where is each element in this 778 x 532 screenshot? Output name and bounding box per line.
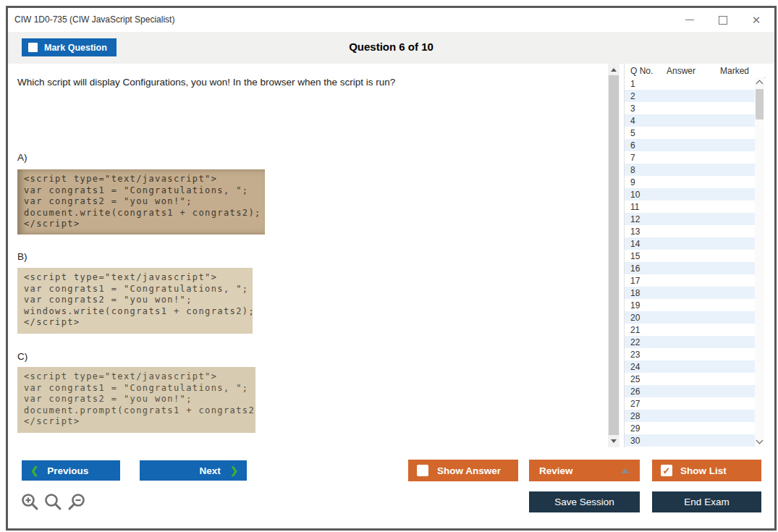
table-row[interactable]: 22 [625,336,756,348]
table-row[interactable]: 12 [625,213,756,225]
cell-qno: 30 [625,436,667,446]
chevron-right-icon: ❯ [230,465,238,476]
question-header-bar: Question 6 of 10 Mark Question [8,32,774,64]
cell-qno: 8 [625,165,667,175]
table-row[interactable]: 3 [625,102,756,114]
show-answer-button[interactable]: Show Answer [408,460,518,481]
zoom-reset-icon[interactable] [43,492,63,512]
question-list-scrollbar-thumb[interactable] [756,89,764,119]
option-a-label: A) [17,152,28,163]
table-row[interactable]: 27 [625,397,756,410]
table-row[interactable]: 20 [625,311,756,324]
cell-qno: 11 [625,202,667,212]
maximize-icon [719,16,727,25]
cell-qno: 1 [625,79,667,89]
table-row[interactable]: 10 [625,188,756,200]
table-row[interactable]: 8 [625,164,756,176]
end-exam-label: End Exam [684,497,729,507]
column-header-qno: Q No. [625,66,667,76]
table-row[interactable]: 7 [625,151,756,164]
table-row[interactable]: 11 [625,200,756,213]
scroll-down-icon[interactable] [611,439,617,443]
question-list-panel: Q No. Answer Marked 1 2 3 4 [624,64,765,447]
next-button[interactable]: Next ❯ [140,460,247,481]
minimize-icon [685,20,694,20]
column-header-marked: Marked [720,66,765,76]
cell-qno: 12 [625,214,667,224]
cell-qno: 16 [625,263,667,274]
zoom-in-icon[interactable] [20,492,40,512]
cell-qno: 3 [625,104,667,114]
table-row[interactable]: 25 [625,373,756,385]
list-scroll-up-icon[interactable] [756,80,764,88]
table-row[interactable]: 26 [625,385,756,397]
option-c-label: C) [17,351,28,362]
table-row[interactable]: 13 [625,225,756,237]
table-row[interactable]: 17 [625,274,756,287]
show-answer-checkbox[interactable] [417,465,428,476]
question-table-body: 1 2 3 4 5 6 [625,77,756,447]
table-row[interactable]: 1 [625,77,756,90]
end-exam-button[interactable]: End Exam [652,491,761,512]
table-row[interactable]: 2 [625,90,756,102]
table-row[interactable]: 9 [625,176,756,188]
scroll-up-icon[interactable] [611,68,617,72]
option-b-code[interactable]: <script type="text/javascript"> var cong… [17,268,253,334]
table-row[interactable]: 30 [625,434,756,447]
cell-qno: 5 [625,128,667,138]
cell-qno: 20 [625,313,667,323]
table-row[interactable]: 16 [625,262,756,274]
table-row[interactable]: 23 [625,348,756,360]
option-c-code[interactable]: <script type="text/javascript"> var cong… [17,367,255,433]
mark-question-checkbox[interactable] [28,43,38,52]
table-row[interactable]: 6 [625,139,756,151]
zoom-out-icon[interactable] [67,492,86,512]
minimize-button[interactable] [682,12,698,28]
mark-question-button[interactable]: Mark Question [22,38,117,56]
cell-qno: 10 [625,190,667,200]
content-scrollbar-thumb[interactable] [609,75,619,435]
show-list-button[interactable]: Show List [652,460,761,481]
cell-qno: 17 [625,276,667,286]
cell-qno: 28 [625,411,667,421]
question-text: Which script will display Configurations… [17,77,395,88]
cell-qno: 27 [625,399,667,409]
cell-qno: 4 [625,116,667,126]
cell-qno: 6 [625,140,667,151]
cell-qno: 22 [625,337,667,347]
table-row[interactable]: 28 [625,410,756,422]
question-counter: Question 6 of 10 [8,41,774,53]
table-row[interactable]: 21 [625,324,756,336]
cell-qno: 26 [625,387,667,397]
cell-qno: 15 [625,251,667,261]
table-row[interactable]: 29 [625,422,756,434]
content-scrollbar[interactable] [608,64,620,447]
review-label: Review [539,465,573,476]
exam-window: CIW 1D0-735 (CIW JavaScript Specialist) … [6,6,777,531]
next-label: Next [199,465,220,476]
cell-qno: 23 [625,350,667,360]
table-row[interactable]: 24 [625,360,756,373]
show-answer-label: Show Answer [437,465,501,476]
list-scroll-down-icon[interactable] [756,437,764,444]
table-row[interactable]: 15 [625,250,756,262]
review-button[interactable]: Review [529,460,640,481]
cell-qno: 13 [625,227,667,237]
cell-qno: 18 [625,288,667,298]
table-row[interactable]: 19 [625,299,756,311]
cell-qno: 9 [625,177,667,187]
table-row[interactable]: 14 [625,237,756,250]
table-row[interactable]: 5 [625,127,756,139]
table-row[interactable]: 4 [625,114,756,127]
chevron-left-icon: ❮ [30,465,38,476]
cell-qno: 14 [625,239,667,249]
option-a-code[interactable]: <script type="text/javascript"> var cong… [17,169,265,235]
save-session-button[interactable]: Save Session [529,491,640,512]
table-row[interactable]: 18 [625,287,756,299]
close-button[interactable]: ✕ [748,12,764,28]
question-list-scrollbar[interactable] [755,77,764,447]
previous-button[interactable]: ❮ Previous [22,460,120,481]
maximize-button[interactable] [715,12,731,28]
cell-qno: 24 [625,362,667,372]
show-list-checkbox[interactable] [661,465,672,476]
